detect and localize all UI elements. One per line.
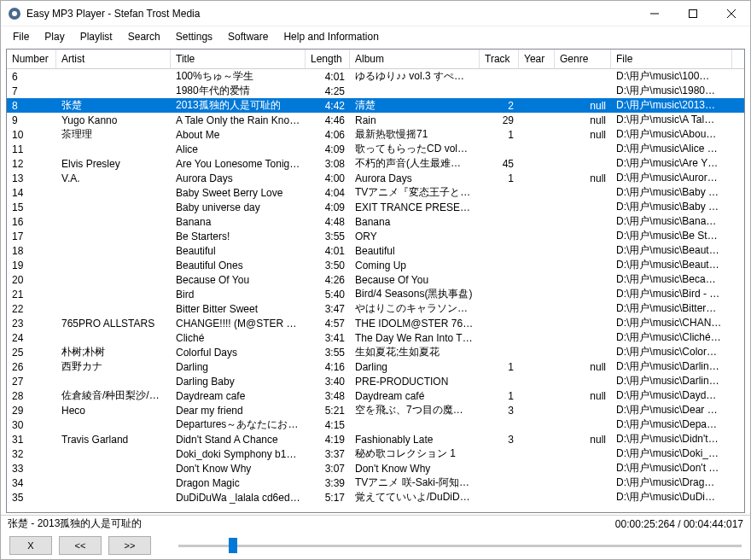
table-row[interactable]: 20Because Of You4:26Because Of YouD:\用户\… (7, 272, 744, 287)
close-button[interactable] (712, 1, 750, 26)
col-title[interactable]: Title (171, 50, 306, 68)
cell: ゆるゆり♪♪ vol.3 すぺ… (350, 69, 480, 84)
col-genre[interactable]: Genre (555, 50, 611, 68)
cell: 35 (7, 492, 56, 504)
cell: 2013孤独的人是可耻的 (171, 98, 306, 113)
cell: Departures～あなたにおく… (171, 417, 306, 432)
table-row[interactable]: 6100%ちゅ～学生4:01ゆるゆり♪♪ vol.3 すぺ…D:\用户\musi… (7, 69, 744, 84)
cell: 5:40 (306, 289, 350, 300)
table-row[interactable]: 25朴树;朴树Colorful Days3:55生如夏花;生如夏花D:\用户\m… (7, 345, 744, 359)
cell: 7 (7, 85, 56, 97)
cell: 3:08 (306, 158, 350, 170)
table-row[interactable]: 15Baby universe day4:09EXIT TRANCE PRESE… (7, 200, 744, 214)
cell: 20 (7, 274, 56, 286)
cell: 4:01 (306, 245, 350, 257)
table-row[interactable]: 19Beautiful Ones3:50Coming UpD:\用户\music… (7, 258, 744, 272)
table-row[interactable]: 16Banana4:48BananaD:\用户\music\Bana… (7, 214, 744, 229)
table-row[interactable]: 27Darling Baby3:40PRE-PRODUCTIOND:\用户\mu… (7, 374, 744, 388)
cell: 1 (480, 172, 519, 184)
cell: D:\用户\music\CHAN… (611, 316, 732, 330)
cell: D:\用户\music\Baby … (611, 185, 732, 200)
table-row[interactable]: 30Departures～あなたにおく…4:15D:\用户\music\Depa… (7, 417, 744, 432)
table-row[interactable]: 14Baby Sweet Berry Love4:04TVアニメ『変态王子と…D… (7, 185, 744, 200)
table-row[interactable]: 35DuDiDuWa _lalala cd6ed525:17覚えてていいよ/Du… (7, 490, 744, 505)
table-row[interactable]: 31Travis GarlandDidn't Stand A Chance4:1… (7, 432, 744, 446)
cell: 秘め歌コレクション 1 (350, 446, 480, 461)
cell: DuDiDuWa _lalala cd6ed52 (171, 492, 306, 504)
table-row[interactable]: 22Bitter Bitter Sweet3:47やはりこのキャラソン…D:\用… (7, 301, 744, 316)
table-row[interactable]: 11Alice4:09歌ってもらったCD vol…D:\用户\music\Ali… (7, 142, 744, 156)
seek-slider[interactable] (178, 537, 742, 554)
cell: Beautiful Ones (171, 260, 306, 271)
cell: 26 (7, 361, 56, 373)
slider-track (178, 545, 742, 547)
slider-thumb[interactable] (229, 538, 237, 553)
col-artist[interactable]: Artist (56, 50, 171, 68)
table-row[interactable]: 28佐倉綾音/种田梨沙/…Daydream cafe3:48Daydream c… (7, 388, 744, 403)
cell: 27 (7, 376, 56, 388)
table-row[interactable]: 13V.A.Aurora Days4:00Aurora Days1nullD:\… (7, 171, 744, 185)
cell: Banana (350, 216, 480, 228)
col-length[interactable]: Length (306, 50, 350, 68)
cell: 13 (7, 172, 56, 184)
col-album[interactable]: Album (350, 50, 480, 68)
next-button[interactable]: >> (108, 536, 151, 555)
cell: Be Starters! (171, 230, 306, 242)
menu-help-and-information[interactable]: Help and Information (277, 28, 385, 45)
cell: Darling (171, 361, 306, 373)
table-row[interactable]: 71980年代的爱情4:25D:\用户\music\1980… (7, 84, 744, 98)
cell: Fashionably Late (350, 434, 480, 446)
cell: 3:55 (306, 230, 350, 242)
stop-button[interactable]: X (9, 536, 52, 555)
table-row[interactable]: 33Don't Know Why3:07Don't Know WhyD:\用户\… (7, 461, 744, 475)
cell: 4:57 (306, 318, 350, 330)
menu-search[interactable]: Search (121, 28, 167, 45)
cell: EXIT TRANCE PRESENTS … (350, 201, 480, 213)
cell: D:\用户\music\1980… (611, 84, 732, 98)
cell: D:\用户\music\Color… (611, 345, 732, 359)
cell: 29 (7, 405, 56, 417)
col-year[interactable]: Year (519, 50, 555, 68)
cell: A Tale Only the Rain Knows (171, 114, 306, 126)
table-row[interactable]: 21Bird5:40Bird/4 Seasons(黑执事盘)D:\用户\musi… (7, 287, 744, 301)
table-row[interactable]: 23765PRO ALLSTARSCHANGE!!!! (M@STER VERS… (7, 316, 744, 330)
maximize-button[interactable] (673, 1, 712, 26)
menu-file[interactable]: File (6, 28, 36, 45)
cell: 8 (7, 100, 56, 112)
cell: 4:26 (306, 274, 350, 286)
cell: Coming Up (350, 260, 480, 271)
table-row[interactable]: 17Be Starters!3:55ORYD:\用户\music\Be St… (7, 229, 744, 243)
cell: D:\用户\music\DuDi… (611, 490, 732, 505)
cell: 4:19 (306, 434, 350, 446)
cell: 21 (7, 289, 56, 300)
table-row[interactable]: 26西野カナDarling4:16Darling1nullD:\用户\music… (7, 359, 744, 374)
table-row[interactable]: 8张楚2013孤独的人是可耻的4:42清楚2nullD:\用户\music\20… (7, 98, 744, 113)
table-row[interactable]: 34Dragon Magic3:39TVアニメ 咲-Saki-阿知…D:\用户\… (7, 475, 744, 490)
cell: 1 (480, 390, 519, 402)
table-row[interactable]: 9Yugo KannoA Tale Only the Rain Knows4:4… (7, 113, 744, 127)
cell: null (555, 114, 611, 126)
col-number[interactable]: Number (7, 50, 56, 68)
cell: Banana (171, 216, 306, 228)
table-row[interactable]: 24Cliché3:41The Day We Ran Into Th…D:\用户… (7, 330, 744, 345)
table-row[interactable]: 18Beautiful4:01BeautifulD:\用户\music\Beau… (7, 243, 744, 258)
table-row[interactable]: 12Elvis PresleyAre You Lonesome Tonight_… (7, 156, 744, 171)
menu-software[interactable]: Software (221, 28, 275, 45)
menu-settings[interactable]: Settings (169, 28, 219, 45)
cell: Colorful Days (171, 347, 306, 359)
table-row[interactable]: 32Doki_doki Symphony b1721…3:37秘め歌コレクション… (7, 446, 744, 461)
cell: 3:48 (306, 390, 350, 402)
playlist-body[interactable]: 6100%ちゅ～学生4:01ゆるゆり♪♪ vol.3 すぺ…D:\用户\musi… (7, 69, 744, 512)
cell: Bitter Bitter Sweet (171, 303, 306, 315)
table-row[interactable]: 10茶理理About Me4:06最新热歌慢摇711nullD:\用户\musi… (7, 127, 744, 142)
col-file[interactable]: File (611, 50, 732, 68)
col-track[interactable]: Track (480, 50, 519, 68)
prev-button[interactable]: << (59, 536, 102, 555)
menu-play[interactable]: Play (38, 28, 71, 45)
cell: null (555, 172, 611, 184)
menu-playlist[interactable]: Playlist (73, 28, 119, 45)
table-row[interactable]: 29HecoDear my friend5:21空を飛ぶ、7つ目の魔…3D:\用… (7, 403, 744, 417)
cell: TVアニメ『変态王子と… (350, 185, 480, 200)
minimize-button[interactable] (635, 1, 673, 26)
cell: Doki_doki Symphony b1721… (171, 448, 306, 460)
